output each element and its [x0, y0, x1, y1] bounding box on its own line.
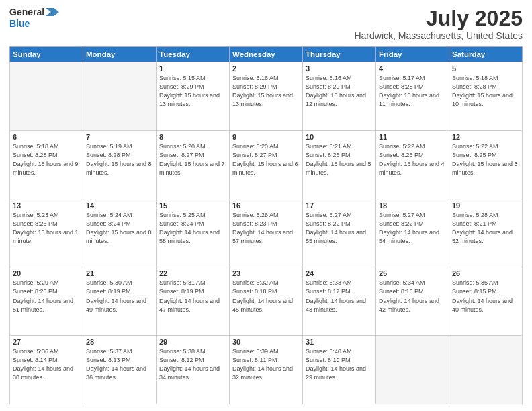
page: General Blue July 2025 Hardwick, Massach… — [0, 0, 532, 411]
calendar-cell: 13Sunrise: 5:23 AM Sunset: 8:25 PM Dayli… — [10, 199, 83, 267]
header-friday: Friday — [376, 47, 449, 62]
calendar-cell: 23Sunrise: 5:32 AM Sunset: 8:18 PM Dayli… — [230, 267, 303, 336]
day-info: Sunrise: 5:27 AM Sunset: 8:22 PM Dayligh… — [306, 211, 373, 246]
day-number: 21 — [86, 269, 153, 277]
day-number: 7 — [86, 133, 153, 141]
calendar-cell: 25Sunrise: 5:34 AM Sunset: 8:16 PM Dayli… — [376, 267, 449, 336]
day-info: Sunrise: 5:18 AM Sunset: 8:28 PM Dayligh… — [13, 142, 80, 177]
day-info: Sunrise: 5:20 AM Sunset: 8:27 PM Dayligh… — [159, 142, 226, 177]
day-info: Sunrise: 5:23 AM Sunset: 8:25 PM Dayligh… — [13, 211, 80, 246]
day-number: 19 — [452, 201, 519, 210]
day-info: Sunrise: 5:26 AM Sunset: 8:23 PM Dayligh… — [232, 211, 300, 246]
day-number: 9 — [232, 133, 300, 141]
calendar-cell: 8Sunrise: 5:20 AM Sunset: 8:27 PM Daylig… — [157, 130, 230, 199]
day-number: 18 — [379, 201, 446, 210]
day-number: 16 — [232, 201, 300, 210]
calendar-cell: 31Sunrise: 5:40 AM Sunset: 8:10 PM Dayli… — [303, 336, 376, 404]
day-number: 2 — [232, 64, 300, 73]
header-saturday: Saturday — [449, 47, 523, 62]
day-number: 14 — [86, 201, 153, 210]
calendar-cell: 15Sunrise: 5:25 AM Sunset: 8:24 PM Dayli… — [157, 199, 230, 267]
week-row-4: 20Sunrise: 5:29 AM Sunset: 8:20 PM Dayli… — [10, 267, 523, 336]
calendar-cell: 28Sunrise: 5:37 AM Sunset: 8:13 PM Dayli… — [83, 336, 157, 404]
calendar-cell: 22Sunrise: 5:31 AM Sunset: 8:19 PM Dayli… — [157, 267, 230, 336]
calendar-table: Sunday Monday Tuesday Wednesday Thursday… — [9, 46, 523, 404]
day-number: 12 — [452, 133, 519, 141]
calendar-cell: 6Sunrise: 5:18 AM Sunset: 8:28 PM Daylig… — [10, 130, 83, 199]
day-info: Sunrise: 5:16 AM Sunset: 8:29 PM Dayligh… — [306, 74, 373, 109]
day-number: 8 — [159, 133, 226, 141]
day-info: Sunrise: 5:37 AM Sunset: 8:13 PM Dayligh… — [86, 347, 153, 382]
day-number: 24 — [306, 269, 373, 277]
calendar-cell — [83, 62, 157, 131]
calendar-cell — [449, 336, 523, 404]
calendar-cell: 19Sunrise: 5:28 AM Sunset: 8:21 PM Dayli… — [449, 199, 523, 267]
day-info: Sunrise: 5:20 AM Sunset: 8:27 PM Dayligh… — [232, 142, 300, 177]
logo-arrow-icon — [46, 7, 59, 17]
calendar-cell: 1Sunrise: 5:15 AM Sunset: 8:29 PM Daylig… — [157, 62, 230, 131]
week-row-5: 27Sunrise: 5:36 AM Sunset: 8:14 PM Dayli… — [10, 336, 523, 404]
day-number: 5 — [452, 64, 519, 73]
week-row-3: 13Sunrise: 5:23 AM Sunset: 8:25 PM Dayli… — [10, 199, 523, 267]
day-number: 11 — [379, 133, 446, 141]
day-number: 20 — [13, 269, 80, 277]
day-info: Sunrise: 5:18 AM Sunset: 8:28 PM Dayligh… — [452, 74, 519, 109]
calendar-cell: 29Sunrise: 5:38 AM Sunset: 8:12 PM Dayli… — [157, 336, 230, 404]
day-info: Sunrise: 5:22 AM Sunset: 8:26 PM Dayligh… — [379, 142, 446, 177]
calendar-cell: 17Sunrise: 5:27 AM Sunset: 8:22 PM Dayli… — [303, 199, 376, 267]
day-info: Sunrise: 5:19 AM Sunset: 8:28 PM Dayligh… — [86, 142, 153, 177]
calendar-title: July 2025 — [354, 7, 523, 30]
day-info: Sunrise: 5:30 AM Sunset: 8:19 PM Dayligh… — [86, 279, 153, 314]
day-info: Sunrise: 5:33 AM Sunset: 8:17 PM Dayligh… — [306, 279, 373, 314]
day-number: 28 — [86, 338, 153, 346]
day-info: Sunrise: 5:34 AM Sunset: 8:16 PM Dayligh… — [379, 279, 446, 314]
header-tuesday: Tuesday — [157, 47, 230, 62]
day-info: Sunrise: 5:21 AM Sunset: 8:26 PM Dayligh… — [306, 142, 373, 177]
logo: General Blue — [9, 7, 59, 30]
day-info: Sunrise: 5:17 AM Sunset: 8:28 PM Dayligh… — [379, 74, 446, 109]
day-info: Sunrise: 5:32 AM Sunset: 8:18 PM Dayligh… — [232, 279, 300, 314]
day-number: 31 — [306, 338, 373, 346]
header-thursday: Thursday — [303, 47, 376, 62]
logo-text: General Blue — [9, 7, 59, 30]
day-info: Sunrise: 5:25 AM Sunset: 8:24 PM Dayligh… — [159, 211, 226, 246]
weekday-header-row: Sunday Monday Tuesday Wednesday Thursday… — [10, 47, 523, 62]
day-info: Sunrise: 5:31 AM Sunset: 8:19 PM Dayligh… — [159, 279, 226, 314]
calendar-cell: 7Sunrise: 5:19 AM Sunset: 8:28 PM Daylig… — [83, 130, 157, 199]
calendar-cell: 11Sunrise: 5:22 AM Sunset: 8:26 PM Dayli… — [376, 130, 449, 199]
day-info: Sunrise: 5:35 AM Sunset: 8:15 PM Dayligh… — [452, 279, 519, 314]
calendar-cell: 5Sunrise: 5:18 AM Sunset: 8:28 PM Daylig… — [449, 62, 523, 131]
day-info: Sunrise: 5:40 AM Sunset: 8:10 PM Dayligh… — [306, 347, 373, 382]
calendar-cell: 20Sunrise: 5:29 AM Sunset: 8:20 PM Dayli… — [10, 267, 83, 336]
header-sunday: Sunday — [10, 47, 83, 62]
day-info: Sunrise: 5:36 AM Sunset: 8:14 PM Dayligh… — [13, 347, 80, 382]
day-number: 3 — [306, 64, 373, 73]
day-number: 25 — [379, 269, 446, 277]
calendar-cell: 12Sunrise: 5:22 AM Sunset: 8:25 PM Dayli… — [449, 130, 523, 199]
calendar-cell: 26Sunrise: 5:35 AM Sunset: 8:15 PM Dayli… — [449, 267, 523, 336]
header: General Blue July 2025 Hardwick, Massach… — [9, 7, 523, 41]
day-number: 29 — [159, 338, 226, 346]
calendar-cell: 24Sunrise: 5:33 AM Sunset: 8:17 PM Dayli… — [303, 267, 376, 336]
day-number: 22 — [159, 269, 226, 277]
calendar-cell: 14Sunrise: 5:24 AM Sunset: 8:24 PM Dayli… — [83, 199, 157, 267]
calendar-cell — [376, 336, 449, 404]
day-number: 17 — [306, 201, 373, 210]
calendar-cell: 2Sunrise: 5:16 AM Sunset: 8:29 PM Daylig… — [230, 62, 303, 131]
week-row-2: 6Sunrise: 5:18 AM Sunset: 8:28 PM Daylig… — [10, 130, 523, 199]
calendar-cell: 9Sunrise: 5:20 AM Sunset: 8:27 PM Daylig… — [230, 130, 303, 199]
day-info: Sunrise: 5:27 AM Sunset: 8:22 PM Dayligh… — [379, 211, 446, 246]
day-info: Sunrise: 5:39 AM Sunset: 8:11 PM Dayligh… — [232, 347, 300, 382]
title-area: July 2025 Hardwick, Massachusetts, Unite… — [354, 7, 523, 41]
svg-marker-0 — [46, 8, 59, 16]
day-info: Sunrise: 5:15 AM Sunset: 8:29 PM Dayligh… — [159, 74, 226, 109]
day-number: 6 — [13, 133, 80, 141]
day-number: 26 — [452, 269, 519, 277]
day-number: 1 — [159, 64, 226, 73]
day-info: Sunrise: 5:16 AM Sunset: 8:29 PM Dayligh… — [232, 74, 300, 109]
calendar-cell: 30Sunrise: 5:39 AM Sunset: 8:11 PM Dayli… — [230, 336, 303, 404]
day-number: 15 — [159, 201, 226, 210]
day-number: 13 — [13, 201, 80, 210]
day-number: 4 — [379, 64, 446, 73]
calendar-cell: 4Sunrise: 5:17 AM Sunset: 8:28 PM Daylig… — [376, 62, 449, 131]
